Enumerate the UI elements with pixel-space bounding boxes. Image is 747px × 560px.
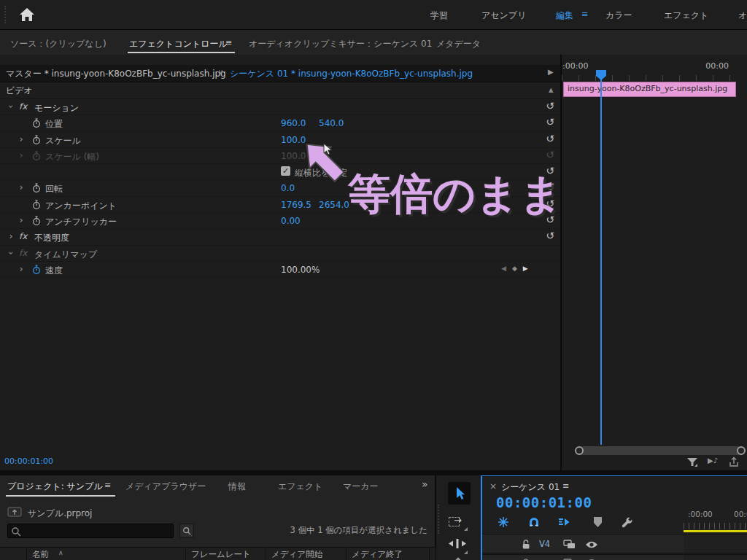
chevron-right-icon[interactable]: › [18, 214, 25, 226]
chevron-down-icon[interactable]: › [5, 103, 17, 110]
nest-sequence-icon[interactable] [498, 516, 509, 528]
linked-selection-icon[interactable] [558, 516, 570, 528]
param-value-y[interactable]: 2654.0 [319, 200, 349, 210]
playhead-line[interactable] [600, 70, 602, 445]
tab-effects[interactable]: エフェクト [278, 481, 322, 493]
track-targeting-icon[interactable] [563, 540, 576, 549]
search-input[interactable] [24, 525, 173, 538]
add-keyframe-icon[interactable]: ◆ [512, 265, 517, 272]
track-visibility-eye-icon[interactable] [585, 540, 598, 549]
timeline-settings-wrench-icon[interactable] [622, 516, 633, 528]
param-value-y[interactable]: 540.0 [319, 118, 344, 128]
scrollbar-right-knob[interactable] [737, 446, 746, 455]
time-ruler[interactable] [562, 75, 737, 81]
param-value-x[interactable]: 1769.5 [281, 200, 311, 210]
stopwatch-icon-active[interactable] [32, 265, 41, 275]
tab-markers[interactable]: マーカー [343, 481, 379, 493]
reset-icon[interactable]: ↺ [546, 100, 554, 112]
project-menu-icon[interactable]: ≡ [104, 481, 111, 490]
ripple-edit-tool[interactable] [449, 538, 469, 554]
workspace-tab-color[interactable]: カラー [605, 9, 632, 22]
tab-effect-controls[interactable]: エフェクトコントロール [129, 38, 228, 50]
home-icon[interactable] [19, 7, 35, 23]
video-section-label: ビデオ [6, 85, 33, 97]
partial-tool-icon[interactable] [455, 557, 462, 560]
param-row-position: 位置 960.0 540.0 ↺ [0, 115, 560, 131]
horizontal-scrollbar[interactable] [576, 446, 744, 455]
track-label-v4[interactable]: V4 [539, 539, 550, 549]
timeline-ruler[interactable] [684, 523, 747, 529]
stopwatch-icon[interactable] [32, 216, 41, 226]
param-value[interactable]: 100.00% [281, 265, 320, 275]
breadcrumb[interactable]: サンプル.prproj [28, 508, 92, 520]
chevron-right-icon[interactable]: › [18, 182, 25, 193]
next-keyframe-icon[interactable]: ▶ [523, 265, 528, 272]
param-value[interactable]: 100.0 [281, 135, 306, 145]
filter-icon[interactable] [686, 456, 698, 468]
reset-icon[interactable]: ↺ [546, 116, 554, 128]
selection-tool-icon [454, 486, 465, 500]
column-name[interactable]: 名前 [32, 549, 49, 560]
tab-audio-clip-mixer[interactable]: オーディオクリップミキサー：シーケンス 01 [249, 38, 432, 50]
close-icon[interactable]: × [489, 481, 497, 491]
column-media-end[interactable]: メディア終了 [352, 549, 403, 560]
chevron-right-icon[interactable]: › [18, 263, 25, 275]
sort-ascending-icon[interactable]: ∧ [58, 549, 63, 556]
column-media-start[interactable]: メディア開始 [271, 549, 322, 560]
workspace-tab-edit[interactable]: 編集 [556, 9, 573, 22]
track-lane-v4[interactable] [684, 534, 747, 553]
tab-project[interactable]: プロジェクト: サンプル [7, 481, 103, 493]
panel-timecode[interactable]: 00:00:01:00 [4, 456, 53, 466]
timeline-menu-icon[interactable]: ≡ [562, 481, 569, 491]
fx-icon[interactable]: fx [19, 231, 27, 241]
play-audio-icon[interactable]: ▶♪ [708, 456, 718, 464]
reset-icon[interactable]: ↺ [546, 133, 554, 144]
previous-keyframe-icon[interactable]: ◀ [501, 265, 506, 272]
stopwatch-icon[interactable] [32, 200, 41, 210]
master-clip-label[interactable]: マスター * insung-yoon-K8oOzBFb_yc-unsplash.… [6, 68, 226, 80]
tab-source[interactable]: ソース：(クリップなし) [10, 38, 107, 50]
stopwatch-icon[interactable] [32, 135, 41, 145]
stopwatch-icon[interactable] [32, 183, 41, 193]
show-timeline-button[interactable]: ▶ [548, 68, 554, 76]
reset-icon[interactable]: ↺ [546, 230, 554, 241]
column-framerate[interactable]: フレームレート [191, 549, 251, 560]
export-icon[interactable] [728, 456, 740, 468]
add-marker-icon[interactable] [592, 516, 603, 528]
chevron-right-icon[interactable]: › [7, 230, 15, 242]
sequence-clip-label[interactable]: シーケンス 01 * insung-yoon-K8oOzBFb_yc-unspl… [230, 68, 473, 80]
track-lane-partial[interactable] [684, 554, 747, 560]
stopwatch-icon[interactable] [32, 118, 41, 128]
search-bin-icon[interactable] [179, 524, 194, 538]
ripple-edit-icon [449, 538, 466, 549]
workspace-menu-icon[interactable]: ≡ [581, 9, 588, 19]
navigate-up-icon[interactable] [7, 506, 22, 518]
active-tab-underline [128, 52, 235, 53]
track-lock-icon[interactable] [522, 539, 530, 550]
param-value[interactable]: 0.0 [281, 183, 295, 193]
scrollbar-left-knob[interactable] [575, 446, 584, 455]
overflow-tabs-icon[interactable]: » [422, 478, 428, 490]
selection-tool-active-box[interactable] [448, 482, 471, 505]
uniform-scale-checkbox[interactable]: ✓ [281, 166, 290, 176]
workspace-tab-learn[interactable]: 学習 [430, 9, 448, 22]
param-value-x[interactable]: 960.0 [281, 118, 306, 128]
workspace-tab-assembly[interactable]: アセンブリ [481, 9, 526, 22]
collapse-section-icon[interactable]: ▲ [549, 86, 554, 93]
chevron-right-icon[interactable]: › [18, 133, 25, 145]
fx-icon[interactable]: fx [19, 101, 27, 112]
param-value[interactable]: 0.00 [281, 216, 301, 226]
chevron-down-icon[interactable]: › [5, 249, 17, 257]
tab-metadata[interactable]: メタデータ [436, 38, 481, 50]
effect-controls-menu-icon[interactable]: ≡ [225, 38, 232, 47]
workspace-tab-effects[interactable]: エフェクト [664, 9, 708, 22]
timeline-timecode[interactable]: 00:00:01:00 [496, 494, 592, 510]
workspace-tab-audio[interactable]: オー [738, 9, 747, 22]
tab-info[interactable]: 情報 [228, 481, 246, 493]
snap-magnet-icon[interactable] [528, 516, 540, 528]
track-select-forward-tool[interactable]: → [449, 515, 469, 531]
tab-sequence-01[interactable]: シーケンス 01 [501, 481, 560, 494]
tab-media-browser[interactable]: メディアブラウザー [125, 481, 206, 493]
work-area-bar[interactable] [684, 530, 747, 532]
timeline-clip[interactable]: insung-yoon-K8oOzBFb_yc-unsplash.jpg [563, 82, 736, 97]
